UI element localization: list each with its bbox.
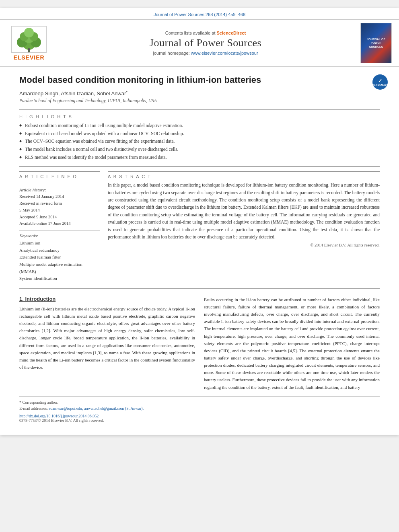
abstract-text: In this paper, a model based condition m… (108, 181, 380, 240)
elsevier-brand-text: ELSEVIER (13, 54, 44, 61)
introduction-section: 1. Introduction Lithium ion (li-ion) bat… (19, 296, 380, 391)
email-line: E-mail addresses: soamwar@iupui.edu, anw… (19, 405, 380, 411)
journal-main-title: Journal of Power Sources (150, 37, 261, 49)
revised-label: Received in revised form (19, 200, 100, 207)
keyword-4: Multiple model adaptive estimation (19, 261, 100, 268)
affiliation-text: Purdue School of Engineering and Technol… (19, 98, 380, 103)
divider-in-info (19, 184, 100, 184)
article-info-block: A R T I C L E I N F O Article history: R… (19, 171, 100, 282)
elsevier-tree-icon (11, 25, 47, 53)
keyword-1: Lithium ion (19, 240, 100, 247)
section1-heading: 1. Introduction (19, 296, 195, 302)
elsevier-logo-section: ELSEVIER (5, 23, 53, 63)
contents-label: Contents lists available at (165, 31, 216, 35)
history-label: Article history: (19, 187, 100, 192)
highlights-label: H I G H L I G H T S (19, 114, 380, 119)
issn-text: 0378-7753/© 2014 Elsevier B.V. All right… (19, 418, 380, 423)
homepage-label: journal homepage: (153, 51, 189, 55)
divider-after-abstract (19, 288, 380, 289)
available-date: Available online 17 June 2014 (19, 220, 100, 227)
accepted-date: Accepted 9 June 2014 (19, 214, 100, 221)
highlights-section: H I G H L I G H T S Robust condition mon… (19, 114, 380, 160)
article-content: ✓ CrossMark Model based condition monito… (0, 67, 399, 435)
divider-after-highlights (19, 166, 380, 167)
crossmark-container: ✓ CrossMark (372, 74, 388, 90)
email-addresses: soamwar@iupui.edu, anwar.sohel@gmail.com… (49, 406, 144, 411)
sciencedirect-name: ScienceDirect (217, 31, 246, 35)
intro-left-col: 1. Introduction Lithium ion (li-ion) bat… (19, 296, 195, 391)
crossmark-badge: ✓ CrossMark (372, 74, 388, 90)
abstract-col: A B S T R A C T In this paper, a model b… (108, 171, 380, 282)
corresponding-author-marker: * (126, 90, 128, 94)
authors-text: Amardeep Singh, Afshin Izadian, Sohel An… (19, 90, 126, 97)
homepage-line: journal homepage: www.elsevier.com/locat… (153, 51, 258, 55)
highlight-item-2: Equivalent circuit based model was updat… (19, 130, 380, 137)
journal-title-section: Contents lists available at ScienceDirec… (57, 23, 354, 63)
journal-reference: Journal of Power Sources 268 (2014) 459–… (154, 12, 245, 17)
highlight-item-5: RLS method was used to identify the mode… (19, 154, 380, 161)
intro-right-col: Faults occurring in the li-ion battery c… (204, 296, 380, 391)
divider-after-affiliation (19, 109, 380, 110)
sciencedirect-line: Contents lists available at ScienceDirec… (165, 31, 246, 35)
highlight-item-3: The OCV–SOC equation was obtained via cu… (19, 138, 380, 145)
info-abstract-section: A R T I C L E I N F O Article history: R… (19, 171, 380, 282)
keyword-6: System identification (19, 275, 100, 282)
cover-text: JOURNAL OF POWER SOURCES (365, 36, 387, 50)
article-info-col: A R T I C L E I N F O Article history: R… (19, 171, 100, 282)
highlights-list: Robust condition monitoring of Li-Ion ce… (19, 122, 380, 160)
abstract-block: A B S T R A C T In this paper, a model b… (108, 171, 380, 247)
authors-line: Amardeep Singh, Afshin Izadian, Sohel An… (19, 90, 380, 97)
journal-cover-image: JOURNAL OF POWER SOURCES (360, 23, 392, 63)
keyword-2: Analytical redundancy (19, 247, 100, 254)
article-history: Article history: Received 14 January 201… (19, 187, 100, 227)
keyword-3: Extended Kalman filter (19, 254, 100, 261)
highlight-item-1: Robust condition monitoring of Li-Ion ce… (19, 122, 380, 129)
journal-ref-bar: Journal of Power Sources 268 (2014) 459–… (0, 8, 399, 20)
keyword-5: (MMAE) (19, 268, 100, 275)
revised-date: 5 May 2014 (19, 207, 100, 214)
svg-point-8 (28, 48, 30, 51)
doi-link: http://dx.doi.org/10.1016/j.jpowsour.201… (19, 414, 380, 418)
keywords-block: Keywords: Lithium ion Analytical redunda… (19, 230, 100, 282)
keywords-label: Keywords: (19, 233, 100, 238)
crossmark-label: CrossMark (372, 84, 389, 86)
journal-cover-section: JOURNAL OF POWER SOURCES (358, 23, 394, 63)
homepage-url: www.elsevier.com/locate/jpowsour (191, 51, 258, 55)
article-page: Journal of Power Sources 268 (2014) 459–… (0, 8, 399, 435)
abstract-title: A B S T R A C T (108, 172, 380, 181)
copyright-text: © 2014 Elsevier B.V. All rights reserved… (108, 243, 380, 247)
highlight-item-4: The model bank includes a normal cell an… (19, 146, 380, 153)
intro-left-text: Lithium ion (li-ion) batteries are the e… (19, 305, 195, 371)
footnotes-section: * Corresponding author. E-mail addresses… (19, 396, 380, 423)
intro-right-text: Faults occurring in the li-ion battery c… (204, 296, 380, 391)
received-date: Received 14 January 2014 (19, 193, 100, 200)
elsevier-logo: ELSEVIER (11, 25, 47, 61)
journal-header: ELSEVIER Contents lists available at Sci… (0, 20, 399, 67)
article-title: Model based condition monitoring in lith… (19, 74, 380, 86)
article-info-title: A R T I C L E I N F O (19, 172, 100, 181)
introduction-two-col: 1. Introduction Lithium ion (li-ion) bat… (19, 296, 380, 391)
svg-point-7 (24, 28, 34, 37)
email-label: E-mail addresses: (19, 406, 48, 411)
star-note: * Corresponding author. (19, 399, 380, 405)
